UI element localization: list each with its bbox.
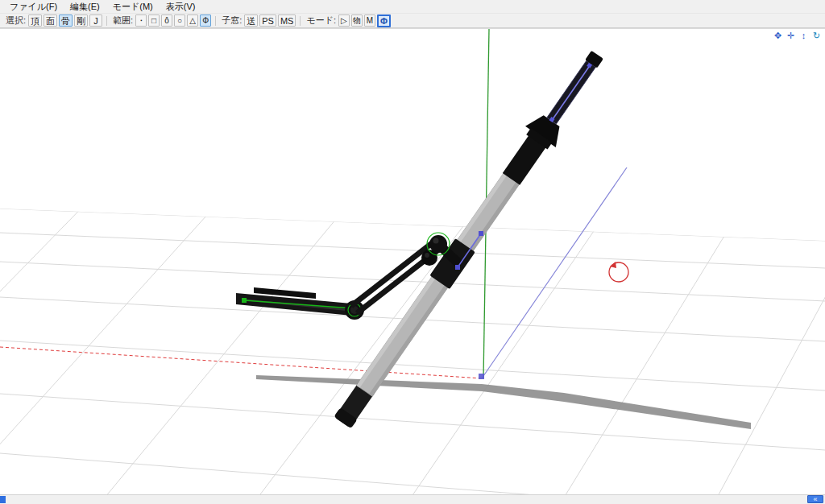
gizmo-toggle-button[interactable]: Φ <box>377 14 391 27</box>
toolbar: 選択: 頂 面 骨 剛 J 範囲: ・ □ ô ○ △ Φ 子窓: 送 PS M… <box>0 14 825 28</box>
handle-bone <box>553 65 591 119</box>
range-phi-button[interactable]: Φ <box>200 14 211 27</box>
panel-collapse-button[interactable]: « <box>807 495 823 503</box>
menu-view[interactable]: 表示(V) <box>160 0 202 14</box>
toolbar-separator <box>106 16 107 26</box>
select-vertex-button[interactable]: 頂 <box>28 14 42 27</box>
toolbar-separator <box>300 16 301 26</box>
mode-play-button[interactable]: ▷ <box>338 14 350 27</box>
viewport-3d[interactable]: ✥ ✛ ↕ ↻ <box>0 28 825 494</box>
childwindow-ms-button[interactable]: MS <box>278 14 296 27</box>
toolbar-separator <box>215 16 216 26</box>
select-bone-button[interactable]: 骨 <box>59 14 73 27</box>
select-joint-button[interactable]: J <box>89 14 102 27</box>
statusbar: « <box>0 494 825 504</box>
range-lasso-button[interactable]: ô <box>161 14 172 27</box>
pan-tool-icon[interactable]: ✥ <box>773 31 783 41</box>
menu-file[interactable]: ファイル(F) <box>3 0 64 14</box>
viewport-corner-tools: ✥ ✛ ↕ ↻ <box>773 31 822 41</box>
move-tool-icon[interactable]: ✛ <box>786 31 796 41</box>
range-group-label: 範囲: <box>113 14 133 27</box>
select-rigid-button[interactable]: 剛 <box>74 14 88 27</box>
zoom-tool-icon[interactable]: ↕ <box>798 31 809 41</box>
childwindow-ps-button[interactable]: PS <box>259 14 276 27</box>
range-circle-button[interactable]: ○ <box>174 14 185 27</box>
viewport-scene <box>0 29 825 494</box>
rotation-manipulator[interactable] <box>609 262 628 282</box>
range-triangle-button[interactable]: △ <box>187 14 198 27</box>
rotate-tool-icon[interactable]: ↻ <box>811 31 822 41</box>
x-axis <box>0 347 482 378</box>
pmx-editor-window: ファイル(F) 編集(E) モード(M) 表示(V) 選択: 頂 面 骨 剛 J… <box>0 0 825 504</box>
mode-group-label: モード: <box>306 14 336 27</box>
range-point-button[interactable]: ・ <box>135 14 147 27</box>
childwindow-group-label: 子窓: <box>222 14 242 27</box>
mode-m-button[interactable]: M <box>364 14 375 27</box>
menu-edit[interactable]: 編集(E) <box>64 0 106 14</box>
childwindow-send-button[interactable]: 送 <box>244 14 258 27</box>
status-accent <box>0 496 6 503</box>
menu-mode[interactable]: モード(M) <box>106 0 160 14</box>
select-group-label: 選択: <box>6 14 26 27</box>
shoulder-joint-upper <box>429 235 447 253</box>
mode-physics-button[interactable]: 物 <box>351 14 363 27</box>
origin-bone-marker[interactable] <box>479 374 484 379</box>
menubar: ファイル(F) 編集(E) モード(M) 表示(V) <box>0 0 825 14</box>
range-box-button[interactable]: □ <box>148 14 160 27</box>
select-face-button[interactable]: 面 <box>44 14 57 27</box>
floor-grid <box>0 190 825 494</box>
